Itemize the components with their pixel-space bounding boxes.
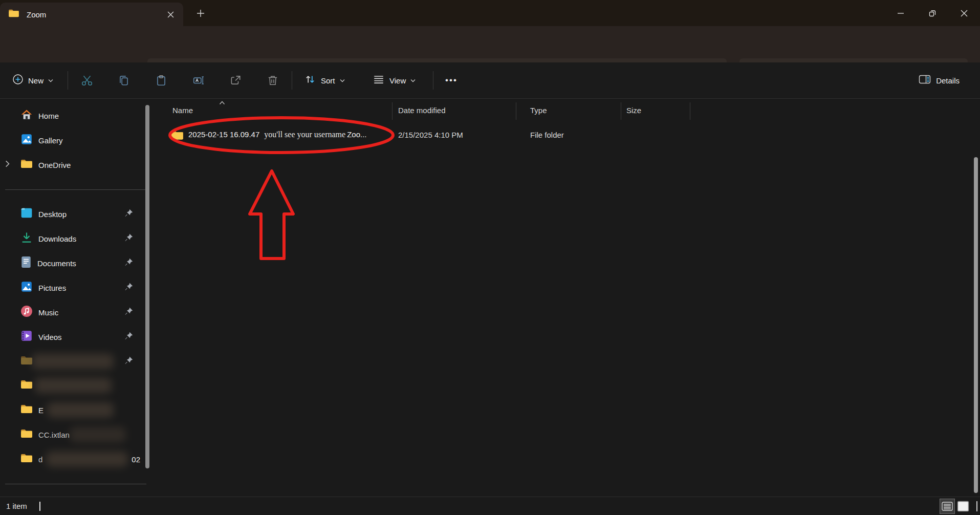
username-placeholder-note: you'll see your username <box>264 130 345 139</box>
paste-button[interactable] <box>150 69 172 92</box>
navigation-bar: This PC Local Disk (C:) Users ProBook Do… <box>0 26 980 62</box>
tab-close-icon[interactable] <box>163 7 178 22</box>
toolbar-divider <box>433 71 433 90</box>
view-button[interactable]: View <box>366 69 422 92</box>
sidebar-item-label: Downloads <box>38 234 76 243</box>
sidebar-item-pictures[interactable]: Pictures <box>3 275 147 300</box>
cut-button[interactable] <box>76 69 98 92</box>
column-header-size[interactable]: Size <box>626 106 641 115</box>
new-button[interactable]: New <box>6 69 59 92</box>
sidebar-item-label: E <box>38 406 43 415</box>
chevron-down-icon <box>48 79 53 82</box>
folder-icon <box>170 130 184 143</box>
sidebar-item-redacted[interactable]: E <box>3 398 147 422</box>
copy-button[interactable] <box>113 69 135 92</box>
sidebar-item-ccixtlan[interactable]: CC.ixtlan <box>3 422 147 447</box>
main-scrollbar[interactable] <box>974 157 978 493</box>
pictures-icon <box>20 281 33 295</box>
sort-ascending-icon <box>219 98 225 107</box>
status-separator <box>39 502 40 511</box>
folder-icon <box>20 355 33 368</box>
see-more-button[interactable]: ••• <box>439 69 464 92</box>
pin-icon <box>125 307 133 317</box>
file-name: 2025-02-15 16.09.47you'll see your usern… <box>188 130 367 139</box>
folder-icon <box>8 9 19 20</box>
sidebar-item-videos[interactable]: Videos <box>3 325 147 349</box>
pin-icon <box>125 233 133 244</box>
column-divider[interactable] <box>690 102 690 120</box>
column-divider[interactable] <box>516 102 516 120</box>
close-button[interactable] <box>948 0 980 26</box>
details-button[interactable]: Details <box>912 69 966 92</box>
sidebar-item-redacted[interactable]: d 02 <box>3 447 147 471</box>
file-name-date-part: 2025-02-15 16.09.47 <box>188 130 259 139</box>
column-header-type[interactable]: Type <box>530 106 547 115</box>
sidebar-item-label: Documents <box>37 259 76 268</box>
sort-button[interactable]: Sort <box>298 69 351 92</box>
pin-icon <box>125 209 133 219</box>
redacted-label <box>32 354 114 369</box>
sidebar-item-label-suffix: 02 <box>132 455 140 464</box>
pin-icon <box>125 332 133 342</box>
rename-button[interactable] <box>187 69 210 92</box>
item-count: 1 item <box>6 502 27 510</box>
documents-icon <box>20 256 32 270</box>
folder-icon <box>20 379 33 392</box>
sidebar-item-redacted[interactable] <box>3 349 147 374</box>
toolbar-divider <box>68 71 68 90</box>
file-explorer-window: Zoom <box>0 0 980 515</box>
minimize-button[interactable] <box>885 0 917 26</box>
titlebar: Zoom <box>0 0 980 26</box>
column-divider[interactable] <box>621 102 621 120</box>
folder-icon <box>20 453 33 465</box>
sidebar-divider <box>5 189 146 190</box>
view-button-label: View <box>389 76 406 85</box>
new-button-label: New <box>28 76 43 85</box>
redacted-label <box>70 427 126 442</box>
file-name-suffix: Zoo... <box>347 130 366 139</box>
delete-button[interactable] <box>262 69 284 92</box>
column-divider[interactable] <box>392 102 393 120</box>
file-row[interactable]: 2025-02-15 16.09.47you'll see your usern… <box>156 125 970 145</box>
sidebar-item-label: Videos <box>38 333 62 341</box>
new-tab-button[interactable] <box>191 5 210 22</box>
desktop-icon <box>20 207 33 221</box>
pin-icon <box>125 258 133 268</box>
sidebar-item-documents[interactable]: Documents <box>3 251 147 275</box>
restore-button[interactable] <box>917 0 948 26</box>
gallery-icon <box>20 133 33 147</box>
sidebar-divider <box>5 484 146 484</box>
folder-icon <box>20 428 33 441</box>
sidebar-item-downloads[interactable]: Downloads <box>3 226 147 251</box>
details-view-toggle[interactable] <box>940 499 955 514</box>
status-edge-divider <box>976 501 977 511</box>
downloads-icon <box>20 231 33 246</box>
share-button[interactable] <box>224 69 247 92</box>
sidebar-item-desktop[interactable]: Desktop <box>3 202 147 226</box>
file-date-modified: 2/15/2025 4:10 PM <box>398 131 463 139</box>
chevron-right-icon[interactable] <box>5 160 10 169</box>
sidebar-item-label: CC.ixtlan <box>38 431 70 439</box>
sidebar-item-home[interactable]: Home <box>3 103 147 128</box>
explorer-tab[interactable]: Zoom <box>0 3 183 26</box>
sidebar-item-gallery[interactable]: Gallery <box>3 128 147 153</box>
sidebar-scrollbar[interactable] <box>145 105 149 468</box>
redacted-label <box>46 452 128 467</box>
pin-icon <box>125 283 133 293</box>
details-button-label: Details <box>936 76 960 85</box>
large-icons-view-toggle[interactable] <box>956 500 970 513</box>
sidebar-item-redacted[interactable] <box>3 373 147 398</box>
column-header-name[interactable]: Name <box>172 106 193 115</box>
status-bar: 1 item <box>0 497 980 515</box>
sidebar-item-music[interactable]: Music <box>3 300 147 325</box>
sidebar-item-label: Pictures <box>38 284 66 292</box>
column-header-date-modified[interactable]: Date modified <box>398 106 446 115</box>
file-list-pane: Name Date modified Type Size 2025-02-15 … <box>154 99 980 497</box>
music-icon <box>20 305 33 319</box>
chevron-down-icon <box>340 79 345 82</box>
file-type: File folder <box>530 131 564 139</box>
home-icon <box>20 109 33 122</box>
folder-icon <box>20 159 33 171</box>
sidebar-item-label: Music <box>38 308 58 317</box>
sidebar-item-onedrive[interactable]: OneDrive <box>3 153 147 177</box>
